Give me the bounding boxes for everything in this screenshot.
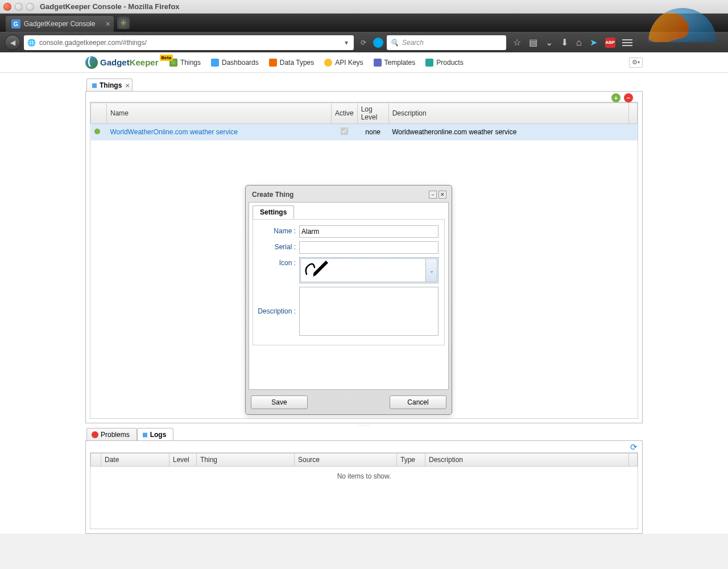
create-thing-dialog: Create Thing – ✕ Settings Name : Serial … bbox=[245, 185, 452, 415]
table-header-row: Date Level Thing Source Type Description bbox=[91, 453, 638, 467]
logo-text-a: Gadget bbox=[100, 57, 130, 67]
history-dropdown-icon[interactable]: ▾ bbox=[345, 39, 348, 47]
description-textarea[interactable] bbox=[299, 287, 439, 336]
col-name[interactable]: Name bbox=[107, 103, 332, 124]
home-icon[interactable]: ⌂ bbox=[576, 38, 582, 48]
icon-picker[interactable]: ⌄ bbox=[299, 257, 439, 283]
error-icon bbox=[92, 431, 98, 438]
col-date[interactable]: Date bbox=[101, 453, 169, 467]
problems-tab[interactable]: Problems bbox=[86, 428, 137, 441]
send-icon[interactable]: ➤ bbox=[590, 37, 597, 48]
logo-text-b: Keeper bbox=[130, 57, 159, 67]
os-minimize-button[interactable] bbox=[15, 3, 23, 11]
pocket-icon[interactable]: ⌄ bbox=[545, 37, 553, 48]
beta-badge: Beta bbox=[160, 55, 173, 61]
thing-name-link[interactable]: WorldWeatherOnline.com weather service bbox=[110, 128, 238, 136]
os-maximize-button[interactable] bbox=[26, 3, 34, 11]
download-icon[interactable]: ⬇ bbox=[561, 37, 568, 48]
reload-icon[interactable]: ⟳ bbox=[361, 39, 366, 47]
name-label: Name : bbox=[257, 225, 299, 238]
browser-tab-label: GadgetKeeper Console bbox=[24, 20, 95, 28]
chevron-down-icon: ▾ bbox=[638, 60, 640, 65]
loglevel-cell: none bbox=[357, 124, 388, 141]
back-button[interactable]: ◀ bbox=[5, 35, 20, 51]
serial-label: Serial : bbox=[257, 241, 299, 254]
things-panel-tab[interactable]: ≣ Things ✕ bbox=[86, 79, 133, 92]
chevron-down-icon: ⌄ bbox=[429, 267, 434, 274]
list-icon: ≣ bbox=[142, 431, 148, 439]
col-loglevel[interactable]: Log Level bbox=[357, 103, 388, 124]
col-description[interactable]: Description bbox=[388, 103, 628, 124]
col-description[interactable]: Description bbox=[425, 453, 629, 467]
menu-products[interactable]: Products bbox=[421, 56, 468, 69]
description-label: Description : bbox=[257, 287, 299, 336]
description-cell: Worldweatheronline.com weather service bbox=[388, 124, 628, 141]
tab-close-icon[interactable]: ✕ bbox=[125, 83, 130, 89]
search-bar[interactable]: 🔍 Search bbox=[387, 35, 506, 50]
col-active[interactable]: Active bbox=[332, 103, 358, 124]
dialog-collapse-icon[interactable]: – bbox=[429, 191, 437, 199]
refresh-icon[interactable]: ⟳ bbox=[599, 93, 608, 102]
reader-list-icon[interactable]: ▤ bbox=[529, 37, 537, 48]
name-input[interactable] bbox=[299, 225, 439, 238]
col-type[interactable]: Type bbox=[397, 453, 425, 467]
globe-icon: 🌐 bbox=[27, 39, 36, 47]
settings-gear-button[interactable]: ⚙ ▾ bbox=[629, 57, 643, 68]
col-thing[interactable]: Thing bbox=[197, 453, 295, 467]
menu-datatypes[interactable]: Data Types bbox=[264, 56, 318, 69]
col-level[interactable]: Level bbox=[169, 453, 197, 467]
menu-templates[interactable]: Templates bbox=[369, 56, 420, 69]
table-header-row: Name Active Log Level Description bbox=[91, 103, 638, 124]
col-source[interactable]: Source bbox=[295, 453, 397, 467]
logs-tab[interactable]: ≣ Logs bbox=[137, 428, 174, 441]
things-tab-label: Things bbox=[100, 81, 122, 89]
url-text: console.gadgetkeeper.com/#things/ bbox=[39, 39, 339, 47]
apikeys-menu-icon bbox=[324, 59, 332, 67]
splitter-handle[interactable]: ····· bbox=[85, 423, 643, 428]
os-window-title: GadgetKeeper Console - Mozilla Firefox bbox=[40, 2, 180, 11]
search-placeholder: Search bbox=[402, 39, 424, 47]
new-tab-button[interactable]: + bbox=[117, 17, 130, 29]
os-close-button[interactable] bbox=[3, 3, 11, 11]
icon-dropdown-button[interactable]: ⌄ bbox=[426, 258, 437, 282]
bookmark-star-icon[interactable]: ☆ bbox=[513, 37, 521, 48]
datatypes-menu-icon bbox=[269, 59, 277, 67]
address-bar[interactable]: 🌐 console.gadgetkeeper.com/#things/ ▾ bbox=[24, 35, 354, 50]
tab-close-icon[interactable]: ✕ bbox=[105, 20, 110, 28]
app-logo[interactable]: GadgetKeeper Beta bbox=[85, 56, 173, 69]
refresh-icon[interactable]: ⟳ bbox=[630, 442, 638, 452]
icon-preview bbox=[300, 258, 426, 282]
arrow-left-icon: ◀ bbox=[10, 39, 15, 47]
logs-table: Date Level Thing Source Type Description bbox=[90, 453, 638, 467]
delete-icon[interactable]: − bbox=[624, 93, 633, 102]
browser-tabbar: G GadgetKeeper Console ✕ + bbox=[0, 14, 728, 32]
menu-apikeys[interactable]: API Keys bbox=[320, 56, 367, 69]
pen-icon bbox=[303, 261, 329, 280]
menu-hamburger-icon[interactable] bbox=[622, 39, 632, 46]
dialog-title: Create Thing bbox=[252, 191, 293, 199]
os-titlebar: GadgetKeeper Console - Mozilla Firefox bbox=[0, 0, 728, 14]
add-icon[interactable]: + bbox=[611, 93, 621, 102]
status-dot-icon bbox=[94, 129, 100, 134]
settings-tab[interactable]: Settings bbox=[253, 205, 294, 219]
save-button[interactable]: Save bbox=[251, 395, 308, 409]
gear-icon: ⚙ bbox=[632, 59, 638, 66]
empty-message: No items to show. bbox=[90, 467, 638, 486]
products-menu-icon bbox=[425, 59, 433, 67]
share-icon[interactable] bbox=[373, 38, 383, 48]
table-row[interactable]: WorldWeatherOnline.com weather service n… bbox=[91, 124, 638, 141]
adblock-icon[interactable]: ABP bbox=[605, 38, 615, 48]
tab-favicon-icon: G bbox=[11, 19, 20, 28]
things-table: Name Active Log Level Description WorldW… bbox=[90, 102, 638, 141]
logo-mark-icon bbox=[85, 56, 98, 69]
dashboards-menu-icon bbox=[211, 59, 219, 67]
serial-input[interactable] bbox=[299, 241, 439, 254]
logs-panel: ⟳ Date Level Thing Source Type Descripti… bbox=[85, 440, 643, 534]
list-icon: ≣ bbox=[92, 81, 97, 89]
app-menubar: GadgetKeeper Beta Things Dashboards Data… bbox=[0, 52, 728, 73]
cancel-button[interactable]: Cancel bbox=[390, 395, 446, 409]
dialog-close-icon[interactable]: ✕ bbox=[439, 191, 446, 199]
browser-tab[interactable]: G GadgetKeeper Console ✕ bbox=[6, 16, 114, 32]
menu-dashboards[interactable]: Dashboards bbox=[206, 56, 263, 69]
templates-menu-icon bbox=[374, 59, 382, 67]
